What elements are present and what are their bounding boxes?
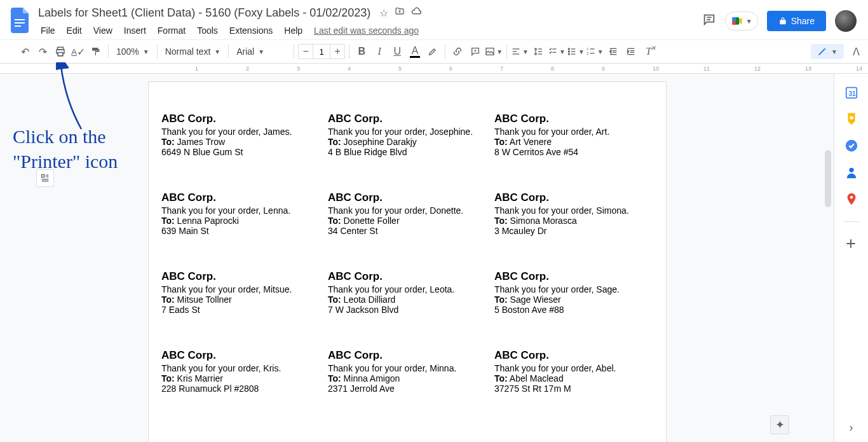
svg-rect-0 [15, 19, 25, 20]
font-size-increase[interactable]: + [330, 46, 344, 57]
italic-button[interactable]: I [371, 43, 388, 60]
chevron-down-icon: ▼ [746, 18, 752, 25]
outline-button[interactable] [36, 169, 54, 187]
font-size-box: − + [298, 44, 345, 59]
chevron-down-icon: ▼ [831, 48, 837, 55]
label-address: 6649 N Blue Gum St [161, 147, 322, 157]
font-size-input[interactable] [313, 45, 330, 59]
svg-rect-2 [15, 25, 21, 27]
contacts-icon[interactable] [844, 165, 858, 179]
scrollbar[interactable] [825, 150, 831, 417]
svg-point-47 [850, 116, 853, 120]
clear-format-button[interactable]: T✕ [641, 43, 657, 60]
keep-icon[interactable] [844, 112, 858, 126]
cloud-status-icon[interactable] [411, 7, 423, 18]
move-icon[interactable] [395, 6, 405, 19]
label-address: 2371 Jerrold Ave [328, 383, 488, 394]
menu-bar: File Edit View Insert Format Tools Exten… [36, 22, 702, 39]
paint-format-button[interactable] [88, 43, 104, 60]
underline-button[interactable]: U [389, 43, 405, 60]
add-ons-icon[interactable] [844, 237, 858, 251]
svg-text:31: 31 [848, 90, 856, 97]
menu-edit[interactable]: Edit [62, 23, 87, 38]
label-address: 4 B Blue Ridge Blvd [328, 147, 488, 157]
svg-text:2: 2 [587, 52, 588, 55]
line-spacing-button[interactable] [530, 43, 546, 60]
app-header: Labels for Sheet1 (Client Data) - 5160 (… [0, 0, 868, 39]
print-button[interactable] [52, 43, 69, 60]
label-company: ABC Corp. [494, 270, 654, 283]
menu-help[interactable]: Help [279, 23, 308, 38]
redo-button[interactable]: ↷ [34, 43, 51, 60]
mailing-label: ABC Corp.Thank you for your order, Simon… [493, 191, 654, 236]
maps-icon[interactable] [844, 192, 858, 206]
svg-rect-6 [732, 17, 736, 21]
separator [228, 45, 229, 59]
numbered-list-button[interactable]: 12▼ [586, 43, 604, 60]
label-to-line: To: Simona Morasca [494, 216, 654, 226]
label-address: 3 Mcauley Dr [494, 226, 654, 236]
align-button[interactable]: ▼ [511, 43, 529, 60]
label-company: ABC Corp. [328, 191, 488, 204]
label-address: 7 W Jackson Blvd [328, 305, 488, 315]
doc-title[interactable]: Labels for Sheet1 (Client Data) - 5160 (… [36, 5, 373, 21]
svg-rect-40 [42, 175, 44, 177]
star-icon[interactable]: ☆ [379, 7, 388, 19]
zoom-selector[interactable]: 100%▼ [112, 46, 153, 57]
mailing-label: ABC Corp.Thank you for your order, Donet… [327, 191, 488, 236]
tasks-icon[interactable] [844, 139, 858, 153]
label-company: ABC Corp. [161, 349, 322, 362]
numbered-list-icon: 12 [586, 46, 596, 57]
pencil-icon [817, 46, 827, 57]
menu-view[interactable]: View [88, 23, 118, 38]
canvas[interactable]: ABC Corp.Thank you for your order, James… [15, 74, 834, 442]
font-selector[interactable]: Arial▼ [233, 46, 290, 57]
comment-button[interactable] [467, 43, 484, 60]
label-to-line: To: Minna Amigon [328, 373, 488, 383]
indent-increase-button[interactable] [623, 43, 639, 60]
separator [294, 45, 294, 59]
menu-insert[interactable]: Insert [119, 23, 151, 38]
text-color-button[interactable]: A [407, 43, 423, 60]
highlight-button[interactable] [424, 43, 441, 60]
checklist-button[interactable]: ▼ [548, 43, 566, 60]
label-thank-line: Thank you for your order, Leota. [328, 284, 488, 294]
mailing-label: ABC Corp.Thank you for your order, Mitsu… [160, 270, 322, 315]
link-button[interactable] [449, 43, 466, 60]
highlighter-icon [428, 46, 438, 57]
svg-text:1: 1 [587, 47, 588, 51]
indent-decrease-button[interactable] [605, 43, 621, 60]
collapse-panel-button[interactable]: › [850, 421, 853, 434]
bullet-list-button[interactable]: ▼ [567, 43, 585, 60]
last-edit-link[interactable]: Last edit was seconds ago [314, 25, 419, 36]
editing-mode-button[interactable]: ▼ [811, 44, 844, 59]
label-company: ABC Corp. [494, 191, 654, 204]
image-button[interactable]: ▼ [485, 43, 503, 60]
spellcheck-button[interactable]: A✓ [70, 43, 86, 60]
svg-point-49 [849, 168, 853, 172]
label-to-line: To: James Trow [161, 137, 322, 147]
meet-icon [731, 15, 743, 27]
scroll-thumb[interactable] [825, 150, 831, 207]
document-page[interactable]: ABC Corp.Thank you for your order, James… [148, 81, 667, 442]
hide-menus-button[interactable]: ᐱ [848, 43, 864, 60]
vertical-ruler[interactable] [0, 74, 15, 442]
menu-tools[interactable]: Tools [192, 23, 223, 38]
horizontal-ruler[interactable]: 123456789101112131415161718192021 [0, 64, 868, 74]
undo-button[interactable]: ↶ [17, 43, 33, 60]
label-company: ABC Corp. [161, 113, 322, 125]
menu-extensions[interactable]: Extensions [224, 23, 278, 38]
style-selector[interactable]: Normal text▼ [161, 46, 224, 57]
menu-file[interactable]: File [36, 23, 60, 38]
account-avatar[interactable] [835, 10, 857, 32]
menu-format[interactable]: Format [153, 23, 191, 38]
comments-icon[interactable] [702, 13, 716, 30]
meet-button[interactable]: ▼ [725, 11, 758, 31]
calendar-icon[interactable]: 31 [844, 85, 858, 99]
font-size-decrease[interactable]: − [299, 46, 313, 57]
bold-button[interactable]: B [353, 43, 370, 60]
docs-logo[interactable] [8, 8, 33, 33]
share-button[interactable]: Share [767, 11, 826, 31]
explore-button[interactable]: ✦ [770, 415, 789, 434]
label-thank-line: Thank you for your order, Lenna. [161, 205, 322, 216]
